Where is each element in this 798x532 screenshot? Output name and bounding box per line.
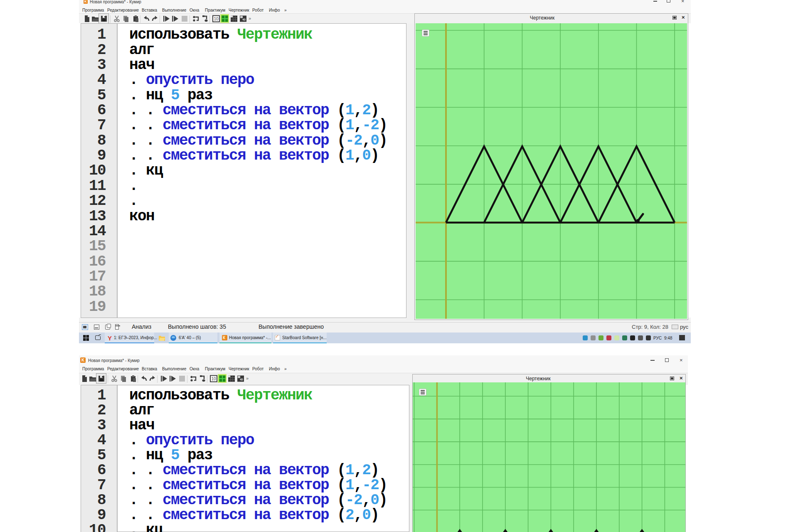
- svg-text:10: 10: [211, 377, 216, 381]
- svg-text:10: 10: [214, 17, 219, 21]
